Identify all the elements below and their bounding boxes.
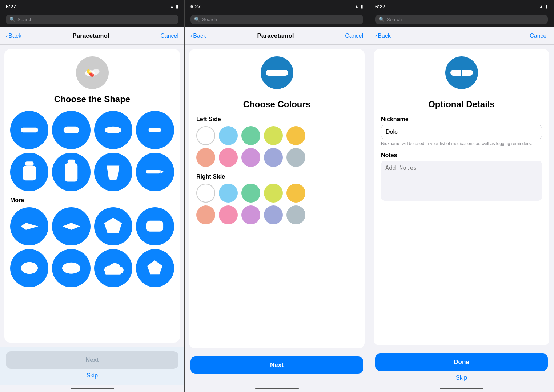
shape-diamond-h[interactable] xyxy=(10,207,48,245)
right-color-green[interactable] xyxy=(241,184,260,203)
right-color-row-2 xyxy=(196,205,357,224)
nav-bar-1: ‹ Back Paracetamol Cancel xyxy=(0,27,184,45)
details-icon-circle xyxy=(445,56,478,89)
left-color-white[interactable] xyxy=(196,126,215,145)
shape-tube[interactable] xyxy=(136,153,174,191)
svg-text:💊: 💊 xyxy=(86,69,95,77)
search-bar-2[interactable]: 🔍 Search xyxy=(185,13,369,27)
search-placeholder-2: Search xyxy=(202,17,217,22)
search-bar-1[interactable]: 🔍 Search xyxy=(0,13,184,27)
svg-point-17 xyxy=(21,262,37,274)
home-indicator-2 xyxy=(185,385,369,392)
svg-marker-14 xyxy=(63,223,80,229)
shape-cup[interactable] xyxy=(94,153,132,191)
nickname-hint: Nickname will be used in your list of me… xyxy=(381,141,542,147)
search-placeholder-1: Search xyxy=(17,17,32,22)
svg-marker-15 xyxy=(104,218,122,233)
chevron-left-icon-3: ‹ xyxy=(375,33,377,39)
home-bar-2 xyxy=(255,388,299,389)
nav-bar-2: ‹ Back Paracetamol Cancel xyxy=(185,27,369,45)
search-bar-3[interactable]: 🔍 Search xyxy=(369,13,554,27)
skip-button-3[interactable]: Skip xyxy=(375,375,548,381)
right-color-peach[interactable] xyxy=(196,205,215,224)
svg-rect-11 xyxy=(146,170,161,174)
left-color-yellow[interactable] xyxy=(264,126,283,145)
svg-rect-4 xyxy=(64,127,79,133)
pill-icon-3 xyxy=(449,67,474,79)
next-button-2[interactable]: Next xyxy=(190,356,363,374)
shape-cloud[interactable] xyxy=(94,249,132,287)
pill-icon-2 xyxy=(264,67,290,79)
shape-pentagon[interactable] xyxy=(94,207,132,245)
shape-grid-more xyxy=(10,207,174,288)
shape-bottle-tall[interactable] xyxy=(52,153,90,191)
shape-oval-flat[interactable] xyxy=(94,111,132,149)
skip-button-1[interactable]: Skip xyxy=(6,372,178,379)
home-bar-1 xyxy=(71,388,114,389)
wifi-icon-2: ▲ xyxy=(354,4,359,9)
nav-bar-3: ‹ Back Cancel xyxy=(369,27,554,45)
left-color-indigo[interactable] xyxy=(264,148,283,167)
wifi-icon-3: ▲ xyxy=(539,4,543,9)
right-color-yellow[interactable] xyxy=(264,184,283,203)
content-area-3: Optional Details Nickname Nickname will … xyxy=(369,45,554,385)
left-color-gold[interactable] xyxy=(286,126,305,145)
left-color-green[interactable] xyxy=(241,126,260,145)
done-button[interactable]: Done xyxy=(375,353,548,371)
shape-diamond-wide[interactable] xyxy=(52,207,90,245)
left-color-gray[interactable] xyxy=(286,148,305,167)
left-color-purple[interactable] xyxy=(241,148,260,167)
colour-icon-circle xyxy=(261,56,293,89)
shape-capsule-h[interactable] xyxy=(10,111,48,149)
right-color-gray[interactable] xyxy=(286,205,305,224)
pills-icon: 💊 xyxy=(83,66,101,80)
back-button-1[interactable]: ‹ Back xyxy=(6,33,21,39)
svg-rect-7 xyxy=(25,161,33,166)
svg-rect-16 xyxy=(146,221,163,232)
shape-capsule-narrow[interactable] xyxy=(136,111,174,149)
shape-scroll-area: More xyxy=(10,111,174,337)
shape-capsule-round[interactable] xyxy=(52,111,90,149)
shape-icon-circle: 💊 xyxy=(76,56,109,89)
content-area-1: 💊 Choose the Shape xyxy=(0,45,184,385)
status-icons-2: ▲ ▮ xyxy=(354,4,363,9)
nickname-input[interactable] xyxy=(381,125,542,139)
back-button-3[interactable]: ‹ Back xyxy=(375,33,391,39)
right-color-blue[interactable] xyxy=(219,184,238,203)
cancel-button-3[interactable]: Cancel xyxy=(530,33,548,39)
right-color-purple[interactable] xyxy=(241,205,260,224)
shape-round-flat[interactable] xyxy=(10,249,48,287)
status-time-3: 6:27 xyxy=(375,4,385,9)
bottom-area-1: Next Skip xyxy=(0,347,184,385)
right-color-indigo[interactable] xyxy=(264,205,283,224)
right-side-label: Right Side xyxy=(196,173,225,180)
colour-icon-wrapper xyxy=(196,56,357,94)
shape-oval-wide[interactable] xyxy=(52,249,90,287)
notes-textarea[interactable] xyxy=(381,161,542,201)
right-color-gold[interactable] xyxy=(286,184,305,203)
next-button-1[interactable]: Next xyxy=(6,351,178,369)
shape-bottle-short[interactable] xyxy=(10,153,48,191)
nickname-section: Nickname Nickname will be used in your l… xyxy=(381,116,542,147)
details-card: Optional Details Nickname Nickname will … xyxy=(374,49,549,345)
status-time-2: 6:27 xyxy=(190,4,201,9)
cancel-button-2[interactable]: Cancel xyxy=(345,33,363,39)
left-color-pink[interactable] xyxy=(219,148,238,167)
shape-pentagon-sm[interactable] xyxy=(136,249,174,287)
search-placeholder-3: Search xyxy=(387,17,402,22)
left-color-blue[interactable] xyxy=(219,126,238,145)
nickname-label: Nickname xyxy=(381,116,542,123)
status-bar-3: 6:27 ▲ ▮ xyxy=(369,0,554,13)
left-side-label: Left Side xyxy=(196,116,221,123)
shape-rect-round[interactable] xyxy=(136,207,174,245)
left-color-peach[interactable] xyxy=(196,148,215,167)
bottom-area-2: Next xyxy=(185,353,369,385)
back-button-2[interactable]: ‹ Back xyxy=(190,33,206,39)
search-icon-3: 🔍 xyxy=(379,17,385,22)
right-color-white[interactable] xyxy=(196,184,215,203)
right-color-pink[interactable] xyxy=(219,205,238,224)
status-icons-1: ▲ ▮ xyxy=(170,4,178,9)
svg-point-18 xyxy=(62,263,80,274)
cancel-button-1[interactable]: Cancel xyxy=(160,33,178,39)
shape-screen: 6:27 ▲ ▮ 🔍 Search ‹ Back Paracetamol Can… xyxy=(0,0,185,392)
